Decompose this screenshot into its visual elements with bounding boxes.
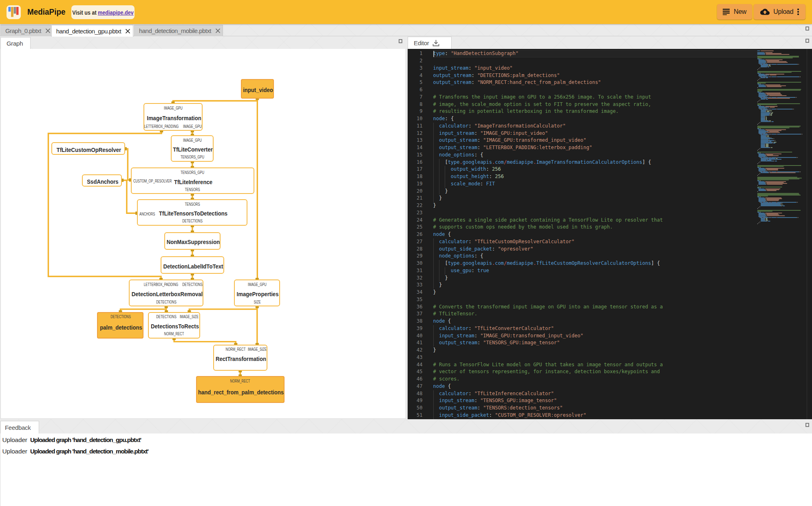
graph-node-RectTransformation[interactable]: RectTransformationNORM_RECTIMAGE_SIZE [213,345,267,371]
close-tab-icon[interactable] [125,29,130,34]
minimap-line-mark [757,187,782,187]
file-tab-hand_detection_mobile.pbtxt[interactable]: hand_detection_mobile.pbtxt [134,25,223,36]
minimap-line-mark [761,142,772,142]
minimap-line-mark [764,189,765,189]
more-options-icon[interactable] [797,8,799,15]
code-editor[interactable]: 1234567891011121314151617181920212223242… [408,49,812,419]
graph-node-DetectionLetterboxRemoval[interactable]: DetectionLetterboxRemovalLETTERBOX_PADDI… [129,279,203,306]
code-line-17: output_width: 256 [433,166,501,173]
minimap-line-mark [767,170,778,170]
mediapipe-dev-link[interactable]: mediapipe.dev [98,9,134,16]
graph-edge [174,339,236,345]
graph-node-DetectionsToRects[interactable]: DetectionsToRectsDETECTIONSIMAGE_SIZENOR… [148,312,200,339]
minimap-line-mark [770,137,770,138]
download-pbtxt-icon[interactable] [432,40,439,46]
maximize-graph-panel-icon[interactable] [399,39,403,43]
code-token: } [439,282,442,288]
indent-guide [433,332,434,340]
indent-guide [433,260,434,267]
minimap-line-mark [757,92,759,92]
minimap-line-mark [777,172,777,172]
minimap-line-mark [764,154,765,154]
editor-minimap[interactable] [757,49,808,419]
code-line-44: # Runs a TensorFlow Lite model on GPU th… [433,361,663,369]
code-token: "TENSORS_GPU:image_tensor" [483,340,560,345]
minimap-line-mark [765,213,766,214]
minimap-line-mark [761,139,768,140]
tab-feedback[interactable]: Feedback [0,421,39,433]
code-token: # Transforms the input image on GPU to a… [433,94,651,100]
minimap-line-mark [760,109,760,109]
graph-node-NonMaxSuppression[interactable]: NonMaxSuppression [164,232,221,250]
minimap-line-mark [765,220,765,220]
indent-guide [439,275,439,282]
indent-guide [433,390,434,398]
graph-node-TfLiteConverter[interactable]: TfLiteConverterIMAGE_GPUTENSORS_GPU [171,135,214,162]
port-label-IMAGE_GPU: IMAGE_GPU [183,124,202,129]
minimap-line-mark [759,94,765,94]
tab-graph[interactable]: Graph [0,37,31,49]
code-line-40: input_stream: "IMAGE_GPU:transformed_inp… [433,332,584,340]
maximize-feedback-panel-icon[interactable] [805,423,810,427]
port-label-IMAGE_SIZE: IMAGE_SIZE [248,347,267,352]
code-token: "IMAGE_GPU:input_video" [480,130,548,136]
line-number: 33 [408,282,423,289]
minimap-line-mark [757,69,758,70]
minimap-line-mark [765,189,780,189]
minimap-line-mark [770,172,795,173]
minimap-line-mark [766,53,781,54]
tab-editor[interactable]: Editor [408,37,452,49]
close-tab-icon[interactable] [45,28,51,33]
minimap-line-mark [782,203,783,203]
code-line-39: calculator: "TfLiteConverterCalculator" [433,325,554,332]
minimap-line-mark [757,53,765,54]
graph-node-TfLiteInference[interactable]: TfLiteInferenceTENSORS_GPUTENSORSCUSTOM_… [131,167,255,194]
minimap-line-mark [761,146,764,147]
code-line-8: # image, the scale_mode option is set to… [433,101,651,108]
line-number: 44 [408,361,423,369]
new-button[interactable]: New [717,4,752,20]
line-number: 5 [408,79,423,86]
file-tab-hand_detection_gpu.pbtxt[interactable]: hand_detection_gpu.pbtxt [51,25,133,37]
minimap-line-mark [760,217,762,218]
minimap-line-mark [777,134,801,134]
minimap-line-mark [761,116,764,117]
graph-node-ImageProperties[interactable]: ImagePropertiesIMAGE_GPUSIZE [234,279,280,306]
minimap-line-mark [759,170,766,170]
maximize-editor-panel-icon[interactable] [805,39,810,43]
minimap-line-mark [769,114,770,114]
minimap-line-mark [765,156,766,157]
minimap-line-mark [770,113,770,114]
graph-node-SsdAnchors[interactable]: SsdAnchors [82,174,122,187]
visit-us-button[interactable]: Visit us at mediapipe.dev [71,5,135,19]
code-token: { [480,253,483,259]
minimap-line-mark [769,131,779,132]
maximize-top-row-icon[interactable] [805,26,810,31]
upload-button[interactable]: Upload [754,4,805,20]
graph-node-TfLiteTensorsToDetections[interactable]: TfLiteTensorsToDetectionsTENSORSDETECTIO… [137,199,247,225]
minimap-line-mark [759,156,765,157]
minimap-line-mark [760,207,760,207]
minimap-line-mark [766,112,766,112]
code-token: output_stream [439,405,477,411]
file-tab-Graph_0.pbtxt[interactable]: Graph_0.pbtxt [0,25,51,36]
graph-node-input_video[interactable]: input_video [241,79,274,99]
code-token: { [448,318,451,324]
minimap-line-mark [777,217,797,218]
graph-node-TfLiteCustomOpResolver[interactable]: TfLiteCustomOpResolver [51,142,125,155]
minimap-line-mark [761,145,764,146]
close-tab-icon[interactable] [215,28,221,33]
graph-viewport[interactable]: input_videoImageTransformationIMAGE_GPUL… [0,49,406,419]
graph-node-palm_detections[interactable]: palm_detectionsDETECTIONS [97,312,143,339]
code-token: : [474,333,477,339]
minimap-line-mark [759,216,766,216]
graph-node-ImageTransformation[interactable]: ImageTransformationIMAGE_GPULETTERBOX_PA… [143,103,203,131]
code-token [433,130,439,136]
minimap-line-mark [765,146,765,147]
code-token [433,253,439,259]
code-token: output_width [451,166,486,172]
minimap-line-mark [757,150,758,150]
graph-node-hand_rect_from_palm_detections[interactable]: hand_rect_from_palm_detectionsNORM_RECT [196,376,285,403]
minimap-line-mark [757,166,784,167]
graph-node-DetectionLabelIdToText[interactable]: DetectionLabelIdToText [161,256,225,274]
